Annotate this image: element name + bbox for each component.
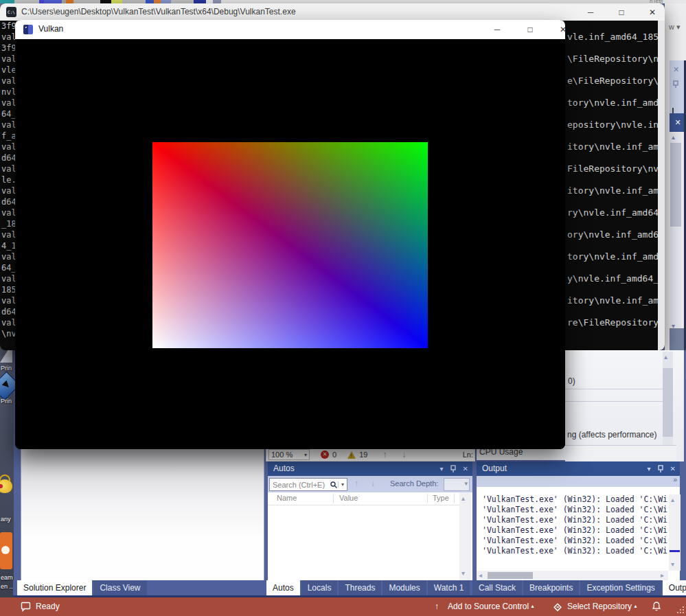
panel-tab[interactable]: Exception Settings [580,580,661,595]
autos-search-row: Search (Ctrl+E) ▾ ↑ ↓ Search Depth: ▾ [268,476,472,492]
scrollbar-thumb[interactable] [670,143,681,227]
scroll-up-icon[interactable]: ▴ [461,494,465,502]
error-count-icon[interactable]: ✕ [321,450,329,459]
output-panel-title: Output [482,464,507,473]
search-previous-icon[interactable]: ↑ [354,479,358,488]
output-log[interactable]: 'VulkanTest.exe' (Win32): Loaded 'C:\Wi'… [482,494,669,556]
console-line-fragment: d64 [1,152,16,163]
screen: Prin Prin any eam en ... nTest w ▾ ✕ ✕ ▴… [0,0,686,616]
scroll-down-icon[interactable]: ▾ [671,560,674,568]
console-close-button[interactable]: ✕ [643,5,662,19]
scroll-up-icon[interactable]: ▴ [671,496,674,503]
next-issue-arrow-icon[interactable]: ↓ [402,450,406,459]
console-line-fragment: itory\nvle.inf_am [567,290,659,312]
pin-icon[interactable] [657,465,664,473]
autos-panel-header[interactable]: Autos ▾ ✕ [268,461,472,476]
output-vertical-scrollbar[interactable]: ▴ ▾ [669,494,681,571]
window-position-menu-icon[interactable]: ▾ [440,461,444,476]
panel-tab[interactable]: Breakpoints [523,580,579,595]
search-options-dropdown[interactable]: ▾ [338,481,347,488]
scroll-left-icon[interactable]: ◂ [479,571,482,579]
vulkan-maximize-button[interactable]: □ [521,23,540,36]
scroll-down-icon[interactable]: ▾ [461,569,465,577]
desktop-icon-label[interactable]: Prin [1,398,14,404]
previous-issue-arrow-icon[interactable]: ↑ [382,450,387,459]
cmd-icon: C:\ [6,7,16,17]
toolbar-overflow-icon[interactable]: » [673,476,677,483]
caret-up-icon: ▴ [531,603,534,609]
close-icon[interactable]: ✕ [670,461,676,476]
panel-tab[interactable]: Class View [93,580,146,595]
console-line-fragment: 3f9 [1,21,16,32]
panel-tab[interactable]: Threads [339,580,381,595]
search-depth-label: Search Depth: [390,479,438,488]
output-panel-header[interactable]: Output ▾ ✕ [477,461,680,476]
panel-tab[interactable]: Autos [266,580,300,595]
vulkan-minimize-button[interactable]: ─ [488,23,507,36]
column-header[interactable]: Name [277,494,297,502]
console-line-fragment: tory\nvle.inf_amd [567,92,659,114]
panel-tab[interactable]: Solution Explorer [17,580,92,595]
notifications-bell-icon[interactable] [651,601,662,613]
console-line-fragment: val [1,76,16,87]
pin-icon[interactable] [450,465,457,473]
search-next-icon[interactable]: ↓ [371,479,375,488]
status-bar: Ready ↑ Add to Source Control ▴ Select R… [0,597,686,616]
select-repository-button[interactable]: Select Repository ▴ [567,602,637,611]
console-line-fragment: d64 [1,306,16,317]
add-to-source-control-button[interactable]: Add to Source Control ▴ [448,602,534,611]
desktop-icon-label[interactable]: en ... [1,583,14,590]
panel-tab[interactable]: Call Stack [472,580,522,595]
panel-tab[interactable]: Output [663,580,686,595]
autos-scrollbar[interactable]: ▴ ▾ [459,492,471,580]
console-line-fragment: val [1,54,16,65]
warning-count-icon[interactable]: ! [347,451,356,459]
window-position-menu-icon[interactable]: ▾ [648,461,651,476]
zoom-dropdown[interactable]: 100 % ▾ [268,449,310,460]
feedback-icon[interactable] [21,602,31,612]
console-scrollbar[interactable] [658,21,665,350]
output-horizontal-scrollbar[interactable]: ◂ ▸ [477,571,668,580]
close-icon[interactable]: ✕ [673,65,679,74]
panel-tab[interactable]: Modules [382,580,426,595]
close-icon[interactable]: ✕ [463,461,468,476]
scroll-right-icon[interactable]: ▸ [661,571,664,579]
panel-tab[interactable]: Locals [301,580,338,595]
console-line-fragment: val [1,141,16,152]
left-tab-group: Solution ExplorerClass View [17,580,147,595]
vulkan-close-button[interactable]: ✕ [553,23,573,36]
console-line-fragment: itory\nvle.inf_am [567,180,659,202]
column-header[interactable]: Type [433,494,449,502]
scroll-up-icon[interactable]: ▴ [664,353,667,361]
scroll-up-icon[interactable]: ▴ [672,133,675,141]
pin-icon[interactable] [672,80,679,89]
desktop-icon-label[interactable]: eam [1,574,14,581]
console-line-fragment: val [1,295,16,306]
vulkan-window: Vulkan ─ □ ✕ [15,20,565,449]
console-title-bar[interactable]: C:\ C:\Users\eugen\Desktop\VulkanTest\Vu… [0,3,665,21]
caret-up-icon: ▴ [634,603,637,609]
console-line-fragment: f_a [1,130,16,141]
console-line-fragment: val [1,251,16,262]
vulkan-title-bar[interactable]: Vulkan ─ □ ✕ [15,20,565,39]
console-maximize-button[interactable]: □ [612,5,631,19]
search-input[interactable]: Search (Ctrl+E) ▾ [269,478,347,491]
up-arrow-icon: ↑ [435,602,439,611]
console-line-fragment: ory\nvle.inf_amd6 [567,224,659,246]
console-minimize-button[interactable]: ─ [581,5,600,19]
search-depth-dropdown[interactable]: ▾ [444,478,470,491]
desktop-icon-label[interactable]: any [1,516,14,523]
desktop-orange-icon[interactable] [0,532,12,569]
panel-tab[interactable]: Watch 1 [428,580,470,595]
resize-grip[interactable] [677,606,685,614]
console-line-fragment: val [1,32,16,43]
desktop-icon-label[interactable]: Prin [1,365,14,372]
scrollbar-thumb[interactable] [488,572,533,579]
console-line-fragment: val [1,273,16,284]
console-line-fragment: vle [1,65,16,76]
scrollbar-thumb[interactable] [663,368,673,437]
panel-tab-strip: Solution ExplorerClass View AutosLocalsT… [13,580,686,597]
column-header[interactable]: Value [339,494,358,502]
console-output-right-fragments: vle.inf_amd64_185\FileRepository\ne\File… [567,26,659,334]
desktop-teapot-icon[interactable] [0,479,12,493]
